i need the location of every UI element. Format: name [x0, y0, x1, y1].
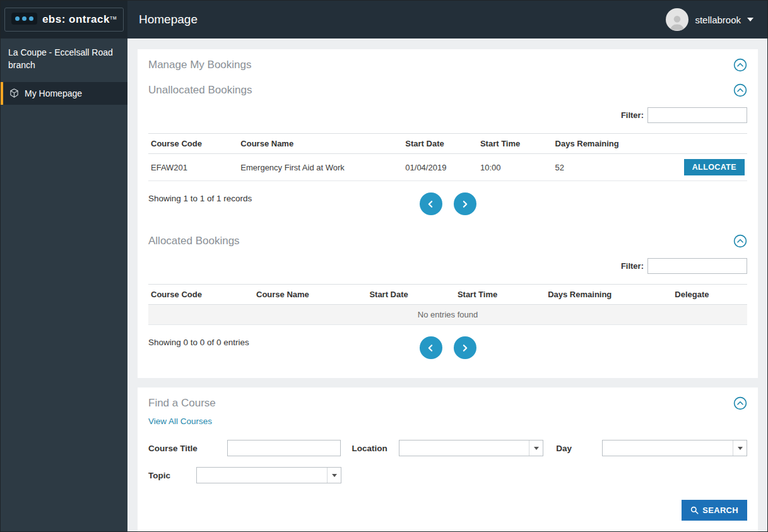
- allocated-bookings-header: Allocated Bookings: [148, 234, 747, 248]
- column-header: Start Date: [403, 134, 478, 154]
- topic-label: Topic: [148, 471, 196, 480]
- sidebar: La Coupe - Eccelsall Road branch My Home…: [1, 38, 127, 531]
- table-header-row: Course Code Course Name Start Date Start…: [148, 134, 747, 154]
- ebs-dots-icon: [11, 13, 37, 25]
- search-button-label: SEARCH: [702, 505, 738, 515]
- chevron-up-circle-icon: [733, 396, 747, 410]
- column-header: Course Name: [254, 285, 367, 305]
- column-header: Course Code: [148, 285, 254, 305]
- logo-area: ebs: ontrackTM: [1, 1, 127, 38]
- column-header: Start Date: [367, 285, 455, 305]
- manage-bookings-title: Manage My Bookings: [148, 59, 251, 71]
- empty-message: No entries found: [148, 305, 747, 325]
- previous-page-button[interactable]: [420, 192, 442, 215]
- chevron-up-circle-icon: [733, 234, 747, 248]
- next-page-button[interactable]: [454, 336, 476, 359]
- column-header: Delegate: [672, 285, 747, 305]
- find-course-card: Find a Course View All Courses Course Ti…: [138, 387, 758, 531]
- unallocated-filter-row: Filter:: [148, 107, 747, 123]
- search-icon: [690, 506, 699, 514]
- cell-start-date: 01/04/2019: [403, 154, 478, 181]
- empty-table-row: No entries found: [148, 305, 747, 325]
- allocated-pagination-band: Showing 0 to 0 of 0 entries: [148, 334, 747, 367]
- column-header: Start Time: [478, 134, 553, 154]
- app-logo: ebs: ontrackTM: [4, 8, 124, 32]
- view-all-courses-link[interactable]: View All Courses: [148, 417, 212, 426]
- chevron-up-circle-icon: [733, 58, 747, 72]
- select-caret-icon: [733, 440, 747, 456]
- booking-row: EFAW201 Emergency First Aid at Work 01/0…: [148, 154, 747, 181]
- column-header: Days Remaining: [553, 134, 649, 154]
- allocated-filter-input[interactable]: [647, 258, 747, 274]
- chevron-left-icon: [427, 344, 435, 352]
- column-header: Course Name: [238, 134, 403, 154]
- collapse-manage-bookings-button[interactable]: [733, 58, 747, 72]
- user-name: stellabrook: [695, 15, 741, 25]
- select-caret-icon: [529, 440, 543, 456]
- person-icon: [668, 12, 687, 31]
- collapse-find-course-button[interactable]: [733, 396, 747, 410]
- course-search-row-1: Course Title Location Day: [148, 440, 747, 456]
- allocated-records-summary: Showing 0 to 0 of 0 entries: [148, 338, 249, 347]
- unallocated-filter-input[interactable]: [647, 107, 747, 123]
- next-page-button[interactable]: [454, 192, 476, 215]
- unallocated-bookings-table: Course Code Course Name Start Date Start…: [148, 133, 747, 181]
- course-search-row-2: Topic: [148, 467, 747, 483]
- chevron-left-icon: [427, 200, 435, 208]
- chevron-right-icon: [461, 200, 469, 208]
- select-caret-icon: [327, 468, 341, 483]
- day-label: Day: [556, 444, 602, 453]
- column-header: Start Time: [455, 285, 545, 305]
- chevron-down-icon: [747, 18, 753, 21]
- unallocated-bookings-header: Unallocated Bookings: [148, 83, 747, 97]
- cell-action: ALLOCATE: [648, 154, 747, 181]
- unallocated-pagination-band: Showing 1 to 1 of 1 records: [148, 190, 747, 223]
- find-course-header: Find a Course: [148, 396, 747, 410]
- action-column-header: [648, 134, 747, 154]
- page-title: Homepage: [139, 13, 198, 27]
- location-select[interactable]: [399, 440, 543, 456]
- main-content: Manage My Bookings Unallocated Bookings …: [127, 38, 767, 531]
- previous-page-button[interactable]: [420, 336, 442, 359]
- day-select[interactable]: [602, 440, 747, 456]
- column-header: Days Remaining: [545, 285, 672, 305]
- cube-icon: [9, 88, 19, 98]
- column-header: Course Code: [148, 134, 238, 154]
- cell-course-name: Emergency First Aid at Work: [238, 154, 403, 181]
- allocate-button[interactable]: ALLOCATE: [684, 159, 745, 175]
- manage-bookings-header: Manage My Bookings: [148, 58, 747, 72]
- find-course-title: Find a Course: [148, 397, 216, 410]
- collapse-unallocated-button[interactable]: [733, 83, 747, 97]
- location-label: Location: [352, 444, 399, 453]
- search-button-row: SEARCH: [148, 500, 747, 521]
- trademark-symbol: TM: [110, 16, 117, 20]
- unallocated-records-summary: Showing 1 to 1 of 1 records: [148, 194, 252, 203]
- manage-bookings-card: Manage My Bookings Unallocated Bookings …: [138, 49, 758, 378]
- cell-start-time: 10:00: [478, 154, 553, 181]
- logo-text: ebs: ontrackTM: [42, 13, 117, 27]
- course-title-label: Course Title: [148, 444, 227, 453]
- filter-label: Filter:: [621, 261, 644, 271]
- chevron-up-circle-icon: [733, 83, 747, 97]
- allocated-filter-row: Filter:: [148, 258, 747, 274]
- top-header: ebs: ontrackTM Homepage stellabrook: [1, 1, 767, 38]
- sidebar-item-my-homepage[interactable]: My Homepage: [1, 82, 127, 105]
- topic-select[interactable]: [196, 467, 341, 483]
- allocated-bookings-title: Allocated Bookings: [148, 235, 240, 247]
- table-header-row: Course Code Course Name Start Date Start…: [148, 285, 747, 305]
- unallocated-bookings-title: Unallocated Bookings: [148, 84, 252, 97]
- chevron-right-icon: [461, 344, 469, 352]
- course-title-input[interactable]: [227, 440, 341, 456]
- cell-course-code: EFAW201: [148, 154, 238, 181]
- sidebar-item-label: My Homepage: [25, 88, 82, 98]
- cell-days-remaining: 52: [553, 154, 649, 181]
- collapse-allocated-button[interactable]: [733, 234, 747, 248]
- filter-label: Filter:: [621, 110, 644, 120]
- allocated-bookings-table: Course Code Course Name Start Date Start…: [148, 284, 747, 325]
- user-avatar: [666, 8, 688, 31]
- user-menu[interactable]: stellabrook: [666, 8, 753, 31]
- search-button[interactable]: SEARCH: [682, 500, 747, 521]
- branch-name: La Coupe - Eccelsall Road branch: [1, 38, 127, 82]
